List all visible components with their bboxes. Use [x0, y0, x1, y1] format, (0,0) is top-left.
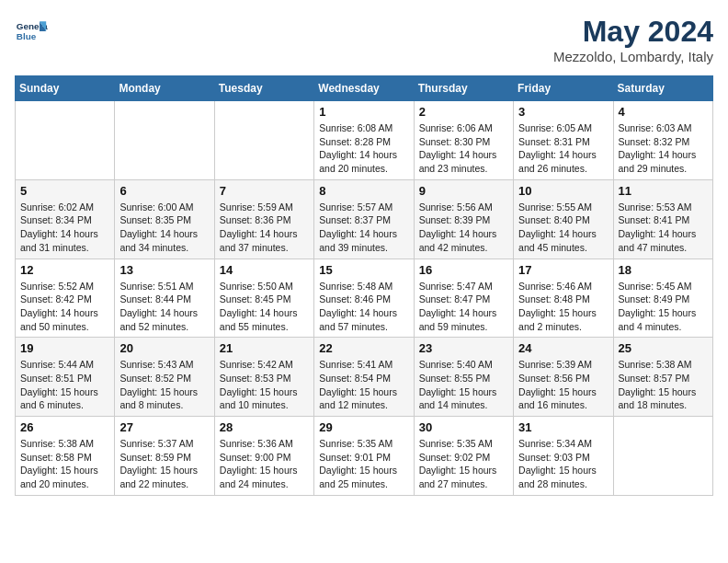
day-info: Sunrise: 5:44 AMSunset: 8:51 PMDaylight:… — [20, 358, 109, 412]
day-number: 12 — [20, 263, 109, 277]
calendar-cell: 13Sunrise: 5:51 AMSunset: 8:44 PMDayligh… — [115, 259, 214, 338]
calendar-week-3: 19Sunrise: 5:44 AMSunset: 8:51 PMDayligh… — [16, 338, 713, 417]
day-number: 4 — [619, 105, 708, 119]
calendar-cell: 16Sunrise: 5:47 AMSunset: 8:47 PMDayligh… — [414, 259, 513, 338]
day-number: 24 — [518, 341, 608, 355]
day-info: Sunrise: 5:53 AMSunset: 8:41 PMDaylight:… — [619, 201, 708, 255]
calendar-cell: 4Sunrise: 6:03 AMSunset: 8:32 PMDaylight… — [613, 101, 712, 180]
day-number: 10 — [518, 184, 608, 198]
calendar-table: SundayMondayTuesdayWednesdayThursdayFrid… — [15, 75, 713, 496]
calendar-cell: 1Sunrise: 6:08 AMSunset: 8:28 PMDaylight… — [314, 101, 414, 180]
calendar-cell: 3Sunrise: 6:05 AMSunset: 8:31 PMDaylight… — [514, 101, 613, 180]
month-title: May 2024 — [553, 15, 713, 49]
calendar-cell: 21Sunrise: 5:42 AMSunset: 8:53 PMDayligh… — [214, 338, 313, 417]
day-info: Sunrise: 5:57 AMSunset: 8:37 PMDaylight:… — [319, 201, 408, 255]
day-number: 29 — [319, 420, 408, 434]
day-header-monday: Monday — [115, 76, 214, 101]
calendar-week-1: 5Sunrise: 6:02 AMSunset: 8:34 PMDaylight… — [16, 179, 713, 259]
svg-text:Blue: Blue — [17, 31, 37, 41]
day-info: Sunrise: 5:39 AMSunset: 8:56 PMDaylight:… — [518, 358, 608, 412]
location-subtitle: Mezzoldo, Lombardy, Italy — [553, 49, 713, 64]
calendar-cell: 28Sunrise: 5:36 AMSunset: 9:00 PMDayligh… — [214, 417, 313, 496]
day-number: 1 — [319, 105, 408, 119]
calendar-cell: 14Sunrise: 5:50 AMSunset: 8:45 PMDayligh… — [214, 259, 313, 338]
day-info: Sunrise: 6:03 AMSunset: 8:32 PMDaylight:… — [619, 121, 708, 176]
day-number: 5 — [20, 184, 109, 198]
day-number: 7 — [220, 184, 309, 198]
day-number: 20 — [119, 341, 209, 355]
day-number: 15 — [319, 263, 408, 277]
calendar-week-4: 26Sunrise: 5:38 AMSunset: 8:58 PMDayligh… — [16, 417, 713, 496]
calendar-cell — [115, 101, 214, 180]
calendar-cell: 30Sunrise: 5:35 AMSunset: 9:02 PMDayligh… — [414, 417, 513, 496]
day-number: 30 — [419, 420, 508, 434]
day-header-saturday: Saturday — [613, 76, 712, 101]
calendar-cell: 15Sunrise: 5:48 AMSunset: 8:46 PMDayligh… — [314, 259, 414, 338]
day-info: Sunrise: 5:34 AMSunset: 9:03 PMDaylight:… — [518, 437, 608, 491]
calendar-cell — [16, 101, 115, 180]
day-info: Sunrise: 5:43 AMSunset: 8:52 PMDaylight:… — [119, 358, 209, 412]
day-info: Sunrise: 6:06 AMSunset: 8:30 PMDaylight:… — [419, 121, 508, 176]
day-info: Sunrise: 5:52 AMSunset: 8:42 PMDaylight:… — [20, 280, 109, 334]
day-number: 23 — [419, 341, 508, 355]
day-number: 27 — [119, 420, 209, 434]
page-header: General Blue May 2024 Mezzoldo, Lombardy… — [15, 15, 713, 64]
calendar-cell: 6Sunrise: 6:00 AMSunset: 8:35 PMDaylight… — [115, 179, 214, 259]
day-info: Sunrise: 6:02 AMSunset: 8:34 PMDaylight:… — [20, 201, 109, 255]
day-header-sunday: Sunday — [16, 76, 115, 101]
calendar-header-row: SundayMondayTuesdayWednesdayThursdayFrid… — [16, 76, 713, 101]
title-block: May 2024 Mezzoldo, Lombardy, Italy — [553, 15, 713, 64]
day-number: 26 — [20, 420, 109, 434]
calendar-cell: 29Sunrise: 5:35 AMSunset: 9:01 PMDayligh… — [314, 417, 414, 496]
calendar-week-0: 1Sunrise: 6:08 AMSunset: 8:28 PMDaylight… — [16, 101, 713, 180]
calendar-cell: 11Sunrise: 5:53 AMSunset: 8:41 PMDayligh… — [613, 179, 712, 259]
day-number: 28 — [220, 420, 309, 434]
calendar-cell: 24Sunrise: 5:39 AMSunset: 8:56 PMDayligh… — [514, 338, 613, 417]
day-number: 11 — [619, 184, 708, 198]
calendar-cell: 20Sunrise: 5:43 AMSunset: 8:52 PMDayligh… — [115, 338, 214, 417]
day-number: 22 — [319, 341, 408, 355]
day-info: Sunrise: 6:08 AMSunset: 8:28 PMDaylight:… — [319, 121, 408, 176]
day-number: 6 — [119, 184, 209, 198]
calendar-cell — [214, 101, 313, 180]
day-info: Sunrise: 5:56 AMSunset: 8:39 PMDaylight:… — [419, 201, 508, 255]
day-number: 31 — [518, 420, 608, 434]
calendar-week-2: 12Sunrise: 5:52 AMSunset: 8:42 PMDayligh… — [16, 259, 713, 338]
day-info: Sunrise: 5:45 AMSunset: 8:49 PMDaylight:… — [619, 280, 708, 334]
day-number: 25 — [619, 341, 708, 355]
day-number: 13 — [119, 263, 209, 277]
day-info: Sunrise: 5:48 AMSunset: 8:46 PMDaylight:… — [319, 280, 408, 334]
day-info: Sunrise: 5:37 AMSunset: 8:59 PMDaylight:… — [119, 437, 209, 491]
calendar-cell: 8Sunrise: 5:57 AMSunset: 8:37 PMDaylight… — [314, 179, 414, 259]
calendar-cell: 25Sunrise: 5:38 AMSunset: 8:57 PMDayligh… — [613, 338, 712, 417]
day-info: Sunrise: 5:50 AMSunset: 8:45 PMDaylight:… — [220, 280, 309, 334]
day-header-tuesday: Tuesday — [214, 76, 313, 101]
calendar-cell: 23Sunrise: 5:40 AMSunset: 8:55 PMDayligh… — [414, 338, 513, 417]
day-header-wednesday: Wednesday — [314, 76, 414, 101]
day-info: Sunrise: 5:41 AMSunset: 8:54 PMDaylight:… — [319, 358, 408, 412]
day-info: Sunrise: 5:40 AMSunset: 8:55 PMDaylight:… — [419, 358, 508, 412]
calendar-cell: 17Sunrise: 5:46 AMSunset: 8:48 PMDayligh… — [514, 259, 613, 338]
day-info: Sunrise: 5:55 AMSunset: 8:40 PMDaylight:… — [518, 201, 608, 255]
day-info: Sunrise: 5:38 AMSunset: 8:58 PMDaylight:… — [20, 437, 109, 491]
calendar-cell: 26Sunrise: 5:38 AMSunset: 8:58 PMDayligh… — [16, 417, 115, 496]
day-number: 16 — [419, 263, 508, 277]
day-number: 19 — [20, 341, 109, 355]
day-info: Sunrise: 5:51 AMSunset: 8:44 PMDaylight:… — [119, 280, 209, 334]
calendar-cell: 31Sunrise: 5:34 AMSunset: 9:03 PMDayligh… — [514, 417, 613, 496]
day-number: 3 — [518, 105, 608, 119]
calendar-cell: 22Sunrise: 5:41 AMSunset: 8:54 PMDayligh… — [314, 338, 414, 417]
day-info: Sunrise: 5:35 AMSunset: 9:02 PMDaylight:… — [419, 437, 508, 491]
day-number: 18 — [619, 263, 708, 277]
day-info: Sunrise: 6:00 AMSunset: 8:35 PMDaylight:… — [119, 201, 209, 255]
calendar-cell: 2Sunrise: 6:06 AMSunset: 8:30 PMDaylight… — [414, 101, 513, 180]
day-info: Sunrise: 5:35 AMSunset: 9:01 PMDaylight:… — [319, 437, 408, 491]
day-header-thursday: Thursday — [414, 76, 513, 101]
calendar-cell: 7Sunrise: 5:59 AMSunset: 8:36 PMDaylight… — [214, 179, 313, 259]
day-info: Sunrise: 5:47 AMSunset: 8:47 PMDaylight:… — [419, 280, 508, 334]
day-number: 14 — [220, 263, 309, 277]
day-info: Sunrise: 5:46 AMSunset: 8:48 PMDaylight:… — [518, 280, 608, 334]
day-info: Sunrise: 5:36 AMSunset: 9:00 PMDaylight:… — [220, 437, 309, 491]
day-number: 21 — [220, 341, 309, 355]
day-info: Sunrise: 6:05 AMSunset: 8:31 PMDaylight:… — [518, 121, 608, 176]
